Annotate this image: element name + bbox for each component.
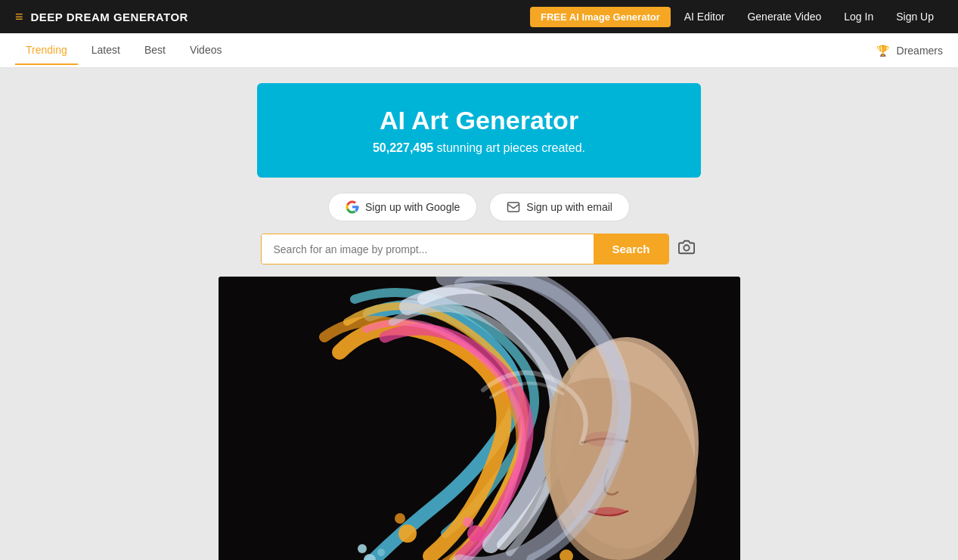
trophy-icon: 🏆	[876, 45, 889, 57]
camera-icon	[678, 239, 695, 255]
svg-point-7	[398, 524, 417, 543]
svg-point-1	[684, 245, 689, 250]
svg-point-12	[377, 549, 385, 556]
svg-point-8	[395, 513, 405, 524]
free-ai-cta-button[interactable]: FREE AI Image Generator	[530, 7, 671, 27]
ai-editor-button[interactable]: AI Editor	[675, 6, 734, 27]
navbar-right: FREE AI Image Generator AI Editor Genera…	[530, 6, 943, 27]
generate-video-button[interactable]: Generate Video	[738, 6, 830, 27]
login-button[interactable]: Log In	[835, 6, 882, 27]
search-wrapper: Search	[261, 234, 669, 265]
google-icon	[346, 200, 359, 214]
featured-image-wrap	[0, 277, 958, 560]
tab-latest[interactable]: Latest	[81, 36, 131, 65]
hero-count: 50,227,495	[373, 141, 433, 154]
signup-button[interactable]: Sign Up	[887, 6, 943, 27]
main-content: AI Art Generator 50,227,495 stunning art…	[0, 83, 958, 560]
search-input[interactable]	[262, 234, 594, 264]
subnav: Trending Latest Best Videos 🏆 Dreamers	[0, 33, 958, 68]
subnav-right: 🏆 Dreamers	[876, 45, 943, 57]
navbar: ≡ DEEP DREAM GENERATOR FREE AI Image Gen…	[0, 0, 958, 33]
email-icon	[507, 200, 520, 214]
menu-icon: ≡	[15, 9, 23, 25]
email-signup-button[interactable]: Sign up with email	[489, 193, 630, 221]
subnav-tabs: Trending Latest Best Videos	[15, 36, 232, 65]
featured-art-image	[219, 277, 740, 560]
art-svg	[219, 277, 740, 560]
svg-point-13	[358, 544, 367, 553]
logo-text: DEEP DREAM GENERATOR	[31, 11, 188, 23]
tab-trending[interactable]: Trending	[15, 36, 78, 65]
signup-row: Sign up with Google Sign up with email	[0, 193, 958, 221]
navbar-left: ≡ DEEP DREAM GENERATOR	[15, 9, 188, 25]
tab-best[interactable]: Best	[134, 36, 176, 65]
email-signup-label: Sign up with email	[526, 201, 612, 213]
search-row: Search	[0, 234, 958, 265]
svg-point-14	[467, 525, 484, 542]
hero-title: AI Art Generator	[272, 106, 686, 135]
google-signup-button[interactable]: Sign up with Google	[328, 193, 477, 221]
google-signup-label: Sign up with Google	[365, 201, 460, 213]
svg-point-15	[463, 517, 473, 528]
hero-subtitle-text: stunning art pieces created.	[436, 141, 585, 154]
hero-banner: AI Art Generator 50,227,495 stunning art…	[257, 83, 701, 178]
search-button[interactable]: Search	[594, 234, 668, 264]
hero-subtitle: 50,227,495 stunning art pieces created.	[272, 141, 686, 155]
tab-videos[interactable]: Videos	[179, 36, 233, 65]
svg-rect-0	[508, 203, 519, 212]
dreamers-label: Dreamers	[897, 45, 943, 57]
camera-search-button[interactable]	[675, 236, 698, 262]
